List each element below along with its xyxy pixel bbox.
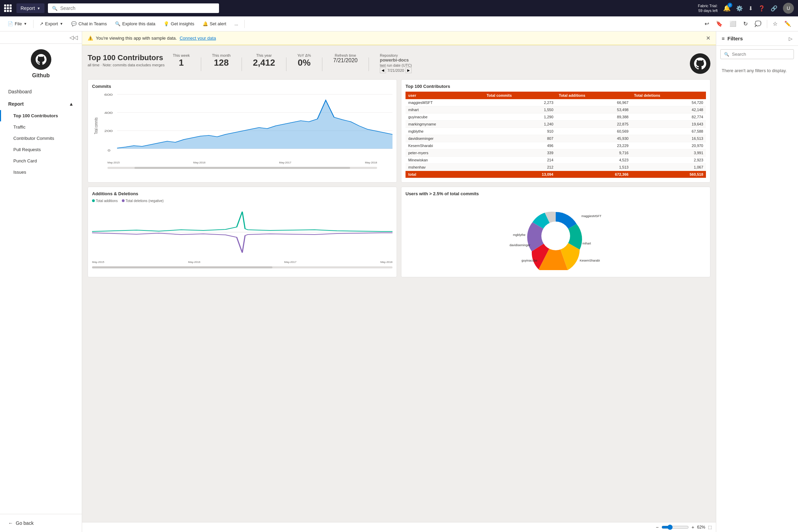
share-icon[interactable]: 🔗 [771, 5, 777, 12]
sidebar-navigation: Dashboard Report ▲ Top 100 Contributors … [0, 83, 82, 514]
chevron-down-icon: ▼ [37, 6, 40, 10]
chevron-down-icon: ▼ [60, 22, 63, 26]
edit-button[interactable]: ✏️ [782, 19, 794, 29]
sidebar-bottom: ← Go back [0, 514, 82, 532]
search-input[interactable] [60, 5, 215, 11]
explore-data-button[interactable]: 🔍 Explore this data [112, 19, 159, 28]
favorite-button[interactable]: ☆ [770, 19, 780, 29]
sidebar-item-pull-requests[interactable]: Pull Requests [0, 144, 82, 155]
download-icon[interactable]: ⬇ [748, 5, 753, 12]
stat-this-week: This week 1 [173, 53, 190, 68]
go-back-button[interactable]: ← Go back [8, 518, 34, 528]
sidebar-logo: Github [0, 44, 82, 83]
svg-text:Total commits: Total commits [93, 118, 98, 134]
commits-chart-svg: 600 400 200 0 [92, 92, 392, 160]
contributors-table: user Total commits Total additions Total… [406, 92, 706, 178]
sidebar-item-issues[interactable]: Issues [0, 167, 82, 178]
settings-icon[interactable]: ⚙️ [736, 5, 743, 12]
sidebar-app-name: Github [32, 72, 50, 79]
get-insights-button[interactable]: 💡 Get insights [160, 19, 198, 28]
view-button[interactable]: ⬜ [727, 19, 739, 29]
stat-yoy: YoY Δ% 0% [297, 53, 311, 68]
undo-button[interactable]: ↩ [702, 19, 712, 29]
collapse-sidebar-button[interactable]: ◁◁ [69, 34, 78, 41]
sidebar-item-dashboard[interactable]: Dashboard [0, 85, 82, 98]
sidebar-item-report[interactable]: Report ▲ [0, 98, 82, 110]
file-icon: 📄 [8, 21, 13, 26]
zoom-slider[interactable] [661, 524, 689, 530]
table-row: maggiesMSFT2,27366,96754,720 [406, 99, 706, 106]
svg-text:mihart: mihart [582, 242, 591, 245]
notification-badge: 2 [728, 3, 732, 8]
back-arrow-icon: ← [8, 520, 13, 526]
app-grid-icon[interactable] [4, 4, 12, 12]
svg-text:600: 600 [104, 93, 113, 96]
stat-this-month: This month 128 [212, 53, 231, 68]
contributors-table-title: Top 100 Contributors [406, 84, 706, 89]
filters-search-box[interactable]: 🔍 [720, 49, 794, 59]
repo-prev-button[interactable]: ◀ [380, 67, 386, 73]
sidebar-item-contributor-commits[interactable]: Contributor Commits [0, 133, 82, 144]
sidebar-collapse-section: ◁◁ [0, 31, 82, 44]
comment-button[interactable]: 💭 [752, 19, 764, 29]
svg-text:400: 400 [104, 111, 113, 115]
explore-icon: 🔍 [115, 21, 120, 26]
sidebar-item-punch-card[interactable]: Punch Card [0, 155, 82, 167]
connect-data-link[interactable]: Connect your data [180, 36, 216, 41]
filters-title: ≡ Filters [722, 36, 743, 41]
bookmark-button[interactable]: 🔖 [713, 19, 725, 29]
zoom-out-button[interactable]: − [656, 524, 659, 530]
chevron-up-icon: ▲ [69, 101, 74, 107]
table-row: KesemSharabi49623,22920,970 [406, 142, 706, 149]
table-header-deletions: Total deletions [631, 92, 706, 99]
repo-nav: ◀ 7/21/2020 ▶ [380, 67, 412, 73]
filter-icon: ≡ [722, 36, 725, 41]
fit-page-button[interactable]: ⬚ [708, 525, 712, 530]
svg-text:guyinacube: guyinacube [522, 259, 537, 262]
search-icon: 🔍 [52, 6, 57, 11]
table-row: markingmyname1,24022,87519,643 [406, 121, 706, 128]
export-button[interactable]: ↗ Export ▼ [36, 19, 66, 28]
filters-search-input[interactable] [732, 52, 790, 57]
toolbar-right: ↩ 🔖 ⬜ ↻ 💭 ☆ ✏️ [702, 19, 794, 29]
report-subtitle: all time · Note: commits data excludes m… [88, 63, 165, 67]
chat-in-teams-button[interactable]: 💬 Chat in Teams [68, 19, 110, 28]
table-row: mihart1,55053,49842,148 [406, 106, 706, 114]
top-nav: Report ▼ 🔍 Fabric Trial: 59 days left 🔔 … [0, 0, 798, 16]
table-header-user: user [406, 92, 484, 99]
zoom-in-button[interactable]: + [692, 524, 694, 530]
content-area: ⚠️ You're viewing this app with sample d… [82, 31, 716, 532]
refresh-button[interactable]: ↻ [741, 19, 750, 29]
banner-message: You're viewing this app with sample data… [96, 36, 177, 41]
stat-this-year: This year 2,412 [253, 53, 275, 68]
filters-header: ≡ Filters ▷ [716, 31, 798, 46]
sidebar-item-top100[interactable]: Top 100 Contributors [0, 110, 82, 121]
set-alert-button[interactable]: 🔔 Set alert [199, 19, 230, 28]
repo-next-button[interactable]: ▶ [406, 67, 412, 73]
more-options-button[interactable]: ... [231, 19, 242, 28]
notification-button[interactable]: 🔔 2 [723, 4, 731, 12]
refresh-section: Refresh time 7/21/2020 [333, 53, 358, 64]
additions-deletions-svg [92, 205, 392, 260]
warning-icon: ⚠️ [88, 36, 93, 41]
additions-deletions-legend: Total additions Total deletions (negativ… [92, 199, 392, 203]
report-dropdown-button[interactable]: Report ▼ [16, 3, 44, 13]
help-icon[interactable]: ❓ [758, 5, 765, 12]
avatar[interactable]: U [783, 3, 794, 14]
table-row: peter-myers3399,7163,991 [406, 149, 706, 157]
table-row: Minewiskan2144,5232,923 [406, 157, 706, 164]
sidebar-item-traffic[interactable]: Traffic [0, 121, 82, 133]
zoom-bar: − + 62% ⬚ [82, 522, 716, 532]
table-row: mshenhav2121,5131,067 [406, 164, 706, 171]
global-search-box[interactable]: 🔍 [48, 3, 219, 13]
zoom-level: 62% [697, 525, 705, 530]
charts-grid: Commits 600 400 200 0 [88, 79, 710, 277]
github-mascot [690, 53, 710, 74]
sample-data-banner: ⚠️ You're viewing this app with sample d… [82, 31, 716, 45]
svg-text:KesemSharabi: KesemSharabi [580, 259, 600, 262]
file-button[interactable]: 📄 File ▼ [4, 19, 30, 28]
donut-chart-card: Users with > 2.5% of total commits [401, 187, 710, 277]
table-row: davidiseminger80745,93016,513 [406, 135, 706, 142]
close-banner-button[interactable]: ✕ [706, 35, 710, 41]
filters-expand-button[interactable]: ▷ [789, 36, 793, 41]
